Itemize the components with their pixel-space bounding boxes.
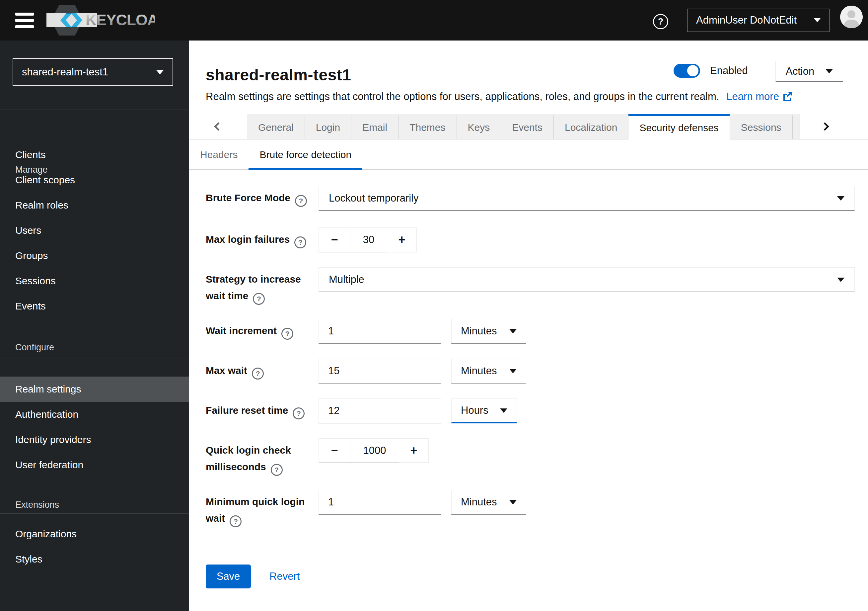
failure-reset-time-unit-select[interactable]: Hours: [451, 398, 517, 423]
chevron-down-icon: [837, 196, 845, 201]
sidebar: shared-realm-test1 Manage Clients Client…: [0, 40, 189, 611]
main-content: shared-realm-test1 Realm settings are se…: [189, 40, 868, 611]
max-login-failures-stepper: − 30 +: [319, 227, 417, 252]
form-row-wait-time-strategy: Strategy to increase wait time? Multiple: [206, 267, 855, 305]
tabs-scroll-left-button[interactable]: [189, 114, 247, 139]
enabled-toggle[interactable]: [674, 64, 700, 78]
field-label: Failure reset time?: [206, 398, 319, 420]
sidebar-item-clients[interactable]: Clients: [0, 142, 189, 167]
enabled-label: Enabled: [710, 65, 748, 77]
avatar[interactable]: [840, 6, 863, 28]
sidebar-item-identity-providers[interactable]: Identity providers: [0, 427, 189, 452]
sidebar-item-organizations[interactable]: Organizations: [0, 521, 189, 547]
failure-reset-time-input[interactable]: [319, 398, 441, 423]
help-icon[interactable]: ?: [294, 236, 306, 249]
tab-sessions[interactable]: Sessions: [730, 114, 793, 139]
help-icon[interactable]: ?: [271, 464, 283, 476]
sidebar-item-realm-settings[interactable]: Realm settings: [0, 376, 189, 402]
subtab-brute-force-detection[interactable]: Brute force detection: [248, 140, 362, 170]
divider: [0, 359, 189, 359]
tab-themes[interactable]: Themes: [398, 114, 457, 139]
user-menu-label: AdminUser DoNotEdit: [696, 14, 797, 26]
chevron-down-icon: [814, 18, 820, 22]
field-label: Quick login check milliseconds?: [206, 438, 319, 476]
max-wait-unit-select[interactable]: Minutes: [451, 359, 526, 384]
max-login-failures-value[interactable]: 30: [350, 227, 387, 252]
learn-more-link[interactable]: Learn more: [726, 91, 792, 102]
security-defenses-subtabs: Headers Brute force detection: [189, 140, 868, 170]
chevron-right-icon: [820, 122, 829, 131]
sidebar-section-configure: Configure: [15, 342, 54, 353]
save-button[interactable]: Save: [206, 564, 251, 588]
realm-selector[interactable]: shared-realm-test1: [12, 58, 173, 86]
help-icon[interactable]: ?: [293, 407, 305, 420]
wait-increment-unit-select[interactable]: Minutes: [451, 319, 526, 344]
sidebar-item-styles[interactable]: Styles: [0, 547, 189, 572]
form-row-quick-login-check: Quick login check milliseconds? − 1000 +: [206, 438, 429, 476]
action-dropdown[interactable]: Action: [775, 61, 843, 82]
help-icon[interactable]: ?: [253, 293, 265, 305]
subtab-headers[interactable]: Headers: [189, 140, 248, 170]
sidebar-section-extensions: Extensions: [15, 500, 59, 510]
chevron-down-icon: [509, 500, 517, 504]
minus-button[interactable]: −: [319, 227, 350, 252]
field-label: Strategy to increase wait time?: [206, 267, 319, 305]
sidebar-item-events[interactable]: Events: [0, 294, 189, 319]
form-row-max-login-failures: Max login failures? − 30 +: [206, 227, 417, 252]
form-actions: Save Revert: [206, 564, 300, 588]
hamburger-menu-icon[interactable]: [15, 12, 34, 28]
help-icon[interactable]: ?: [229, 515, 242, 527]
user-menu-dropdown[interactable]: AdminUser DoNotEdit: [687, 9, 829, 32]
plus-button[interactable]: +: [399, 438, 429, 463]
divider: [0, 110, 189, 110]
keycloak-logo: KEYCLOAK: [46, 4, 155, 37]
tabs-scroll-right-button[interactable]: [800, 114, 850, 139]
max-wait-input[interactable]: [319, 359, 441, 384]
tab-keys[interactable]: Keys: [457, 114, 501, 139]
wait-time-strategy-select[interactable]: Multiple: [319, 267, 855, 292]
sidebar-item-sessions[interactable]: Sessions: [0, 268, 189, 294]
chevron-down-icon: [509, 369, 517, 373]
form-row-failure-reset-time: Failure reset time? Hours: [206, 398, 517, 423]
help-icon[interactable]: ?: [653, 14, 668, 29]
page-title: shared-realm-test1: [206, 66, 351, 84]
chevron-down-icon: [509, 329, 517, 333]
field-label: Max wait?: [206, 359, 319, 379]
keycloak-logo-icon: KEYCLOAK: [46, 4, 155, 36]
brute-force-mode-select[interactable]: Lockout temporarily: [319, 186, 855, 211]
help-icon[interactable]: ?: [252, 368, 264, 379]
minimum-quick-login-wait-unit-select[interactable]: Minutes: [451, 490, 526, 515]
sidebar-item-user-federation[interactable]: User federation: [0, 452, 189, 477]
sidebar-item-realm-roles[interactable]: Realm roles: [0, 193, 189, 218]
tab-events[interactable]: Events: [501, 114, 554, 139]
help-icon[interactable]: ?: [281, 328, 293, 340]
form-row-minimum-quick-login-wait: Minimum quick login wait? Minutes: [206, 490, 526, 527]
svg-text:KEYCLOAK: KEYCLOAK: [85, 11, 155, 28]
sidebar-item-users[interactable]: Users: [0, 218, 189, 243]
masthead: KEYCLOAK ? AdminUser DoNotEdit: [0, 0, 868, 40]
tab-login[interactable]: Login: [305, 114, 351, 139]
help-icon[interactable]: ?: [295, 195, 307, 207]
sidebar-item-client-scopes[interactable]: Client scopes: [0, 167, 189, 193]
field-label: Brute Force Mode?: [206, 186, 319, 207]
tab-email[interactable]: Email: [351, 114, 398, 139]
page-description: Realm settings are settings that control…: [206, 89, 856, 106]
wait-increment-input[interactable]: [319, 319, 441, 344]
tabs-endcap: [793, 114, 800, 139]
chevron-down-icon: [837, 278, 845, 282]
divider: [0, 513, 189, 514]
tab-general[interactable]: General: [247, 114, 305, 139]
chevron-down-icon: [500, 409, 507, 413]
minimum-quick-login-wait-input[interactable]: [319, 490, 441, 515]
realm-settings-tabs: General Login Email Themes Keys Events L…: [189, 114, 868, 140]
plus-button[interactable]: +: [387, 227, 417, 252]
tab-localization[interactable]: Localization: [554, 114, 628, 139]
minus-button[interactable]: −: [319, 438, 350, 463]
revert-link[interactable]: Revert: [270, 571, 300, 583]
chevron-down-icon: [156, 70, 164, 75]
quick-login-check-value[interactable]: 1000: [350, 438, 399, 463]
sidebar-item-authentication[interactable]: Authentication: [0, 402, 189, 427]
realm-selector-label: shared-realm-test1: [22, 66, 108, 78]
sidebar-item-groups[interactable]: Groups: [0, 243, 189, 268]
tab-security-defenses[interactable]: Security defenses: [628, 114, 729, 140]
